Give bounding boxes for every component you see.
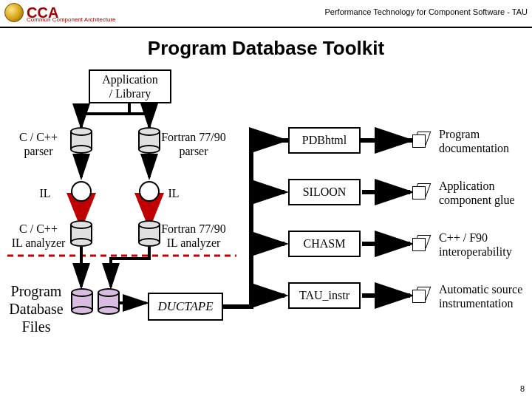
desc-pdbhtml: Program documentation (439, 127, 509, 155)
label-fortran-analyzer: Fortran 77/90 IL analyzer (152, 222, 235, 250)
diagram-canvas: Application / Library C / C++ parser For… (0, 66, 532, 369)
box-tau-instr: TAU_instr (288, 282, 361, 309)
header-bar: CCA Common Component Architecture Perfor… (0, 0, 532, 28)
desc-siloon: Application component glue (439, 179, 515, 207)
label-il-right: IL (163, 186, 185, 200)
cube-siloon-icon (412, 186, 427, 201)
desc-chasm: C++ / F90 interoperability (439, 231, 512, 259)
cube-pdbhtml-icon (412, 134, 427, 149)
label-c-analyzer: C / C++ IL analyzer (7, 222, 69, 250)
label-pdb-files: Program Database Files (6, 282, 66, 335)
connector-svg (0, 66, 532, 369)
logo-circle-icon (4, 3, 24, 22)
label-fortran-parser: Fortran 77/90 parser (154, 130, 233, 158)
cylinder-pdb-2-icon (98, 288, 120, 315)
page-number: 8 (520, 384, 525, 393)
cylinder-c-analyzer-icon (70, 220, 92, 247)
cube-tau-icon (412, 290, 427, 304)
circle-il-left-icon (71, 181, 92, 202)
circle-il-right-icon (139, 181, 160, 202)
cylinder-fortran-analyzer-icon (138, 220, 160, 247)
label-c-parser: C / C++ parser (10, 130, 66, 158)
logo-subtitle: Common Component Architecture (27, 16, 116, 23)
box-pdbhtml: PDBhtml (288, 127, 361, 154)
cylinder-pdb-1-icon (71, 288, 93, 315)
cube-chasm-icon (412, 238, 427, 253)
label-il-left: IL (34, 186, 56, 200)
page-title: Program Database Toolkit (0, 37, 532, 60)
box-ductape: DUCTAPE (148, 293, 223, 321)
desc-tau: Automatic source instrumentation (439, 282, 522, 310)
cylinder-c-parser-icon (70, 127, 92, 154)
cylinder-fortran-parser-icon (138, 127, 160, 154)
box-application-library: Application / Library (89, 69, 171, 103)
box-chasm: CHASM (288, 231, 361, 257)
header-right-text: Performance Technology for Component Sof… (324, 7, 528, 16)
box-siloon: SILOON (288, 179, 361, 205)
